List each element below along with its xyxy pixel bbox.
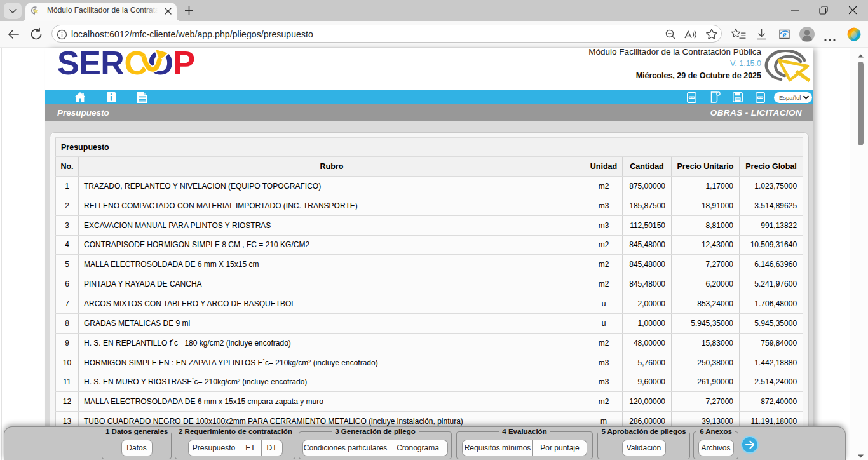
svg-text:PDF: PDF: [689, 97, 695, 99]
svg-text:PDF: PDF: [758, 97, 763, 99]
